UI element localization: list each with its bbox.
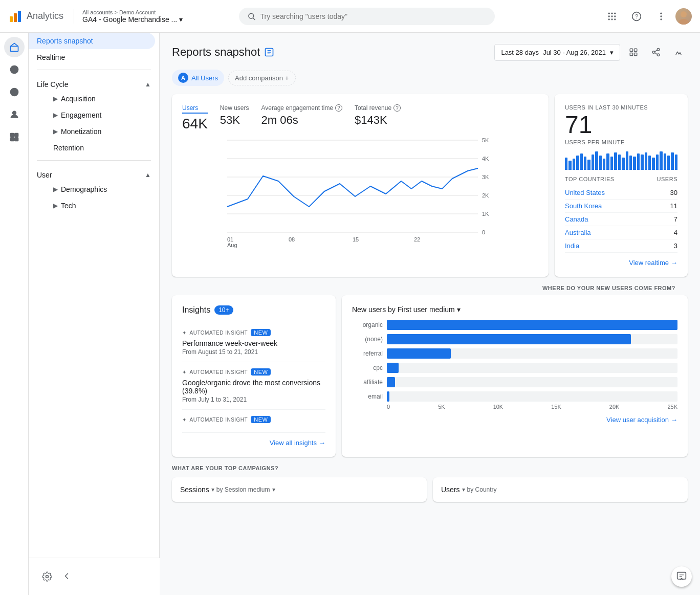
horiz-bar-track: [387, 334, 677, 344]
add-comparison-button[interactable]: Add comparison +: [228, 71, 296, 85]
main-content: Reports snapshot Last 28 days Jul 30 - A…: [160, 33, 700, 595]
country-name[interactable]: United States: [565, 189, 605, 196]
customize-icon: [629, 48, 638, 57]
svg-point-57: [46, 576, 49, 578]
insight-1-type: ✦ AUTOMATED INSIGHT New: [182, 329, 325, 336]
view-realtime-link[interactable]: View realtime →: [565, 259, 677, 267]
app-name: Analytics: [27, 11, 63, 21]
mini-bar-item: [675, 155, 677, 170]
insights-header: Insights 10+: [182, 305, 325, 315]
svg-point-24: [13, 91, 15, 93]
sidebar-section-lifecycle[interactable]: Life Cycle ▲: [29, 74, 159, 91]
new-users-chart-title: New users by First user medium ▾: [352, 305, 677, 314]
share-button[interactable]: [647, 43, 665, 61]
insights-button[interactable]: [669, 43, 688, 61]
svg-rect-0: [10, 16, 13, 22]
svg-point-11: [608, 18, 609, 20]
svg-rect-29: [14, 138, 18, 141]
sidebar-section-user[interactable]: User ▲: [29, 165, 159, 181]
country-name[interactable]: Australia: [565, 229, 591, 236]
top-navigation: Analytics All accounts > Demo Account GA…: [0, 0, 700, 33]
insights-icon: [674, 48, 683, 57]
page-title-icon: [264, 47, 274, 57]
country-name[interactable]: Canada: [565, 215, 588, 223]
sessions-card-title: Sessions ▾ by Session medium ▾: [180, 486, 419, 494]
feedback-icon: [676, 571, 687, 582]
svg-rect-2: [18, 11, 21, 22]
insight-2-title: Google/organic drove the most conversion…: [182, 379, 325, 395]
horiz-bar-row: organic: [352, 320, 677, 330]
explore-icon: [9, 132, 19, 142]
user-icon: [9, 109, 19, 120]
page-header: Reports snapshot Last 28 days Jul 30 - A…: [160, 33, 700, 70]
realtime-label: USERS IN LAST 30 MINUTES: [565, 104, 677, 111]
mini-bar-item: [603, 159, 605, 170]
sidebar-item-realtime[interactable]: Realtime: [29, 49, 155, 65]
more-options-button[interactable]: [651, 6, 671, 27]
apps-button[interactable]: [602, 6, 622, 27]
search-bar[interactable]: [239, 8, 495, 25]
acquisition-arrow-icon: →: [671, 416, 677, 424]
sidebar-item-demographics[interactable]: ▶ Demographics: [45, 181, 155, 197]
search-input[interactable]: [260, 12, 487, 20]
arrow-right-icon: →: [671, 259, 677, 267]
collapse-button[interactable]: [61, 571, 72, 583]
insight-2-type: ✦ AUTOMATED INSIGHT New: [182, 368, 325, 376]
svg-point-6: [611, 12, 612, 14]
rail-lifecycle-icon[interactable]: [4, 82, 25, 102]
mini-bar-item: [671, 152, 673, 170]
date-range-picker[interactable]: Last 28 days Jul 30 - Aug 26, 2021 ▾: [494, 44, 620, 61]
by-session-label: by Session medium: [216, 486, 270, 493]
view-acquisition-link[interactable]: View user acquisition →: [352, 416, 677, 424]
country-row: Australia 4: [565, 226, 677, 239]
engagement-info-icon: ?: [335, 104, 342, 112]
logo[interactable]: Analytics: [8, 9, 63, 24]
avatar[interactable]: [675, 8, 692, 25]
sidebar-item-retention[interactable]: Retention: [45, 140, 155, 156]
mini-bar-item: [629, 156, 632, 170]
lifecycle-expand-icon: ▲: [145, 81, 151, 88]
help-button[interactable]: ?: [626, 6, 647, 27]
svg-point-16: [660, 12, 662, 14]
sidebar-item-acquisition[interactable]: ▶ Acquisition: [45, 91, 155, 107]
all-users-chip-a: A: [178, 73, 188, 83]
svg-text:Aug: Aug: [227, 242, 237, 248]
rail-realtime-icon[interactable]: [4, 59, 25, 80]
mini-bar-item: [580, 153, 583, 170]
settings-button[interactable]: [37, 566, 57, 587]
svg-point-8: [608, 15, 609, 17]
svg-point-12: [611, 18, 612, 20]
mini-bar-item: [667, 156, 670, 170]
mini-bar-item: [592, 155, 594, 170]
axis-label: 25K: [667, 404, 677, 410]
rail-explore-icon[interactable]: [4, 127, 25, 147]
sidebar-divider-2: [37, 160, 151, 161]
lifecycle-children: ▶ Acquisition ▶ Engagement ▶ Monetizatio…: [29, 91, 159, 156]
axis-label: 15K: [551, 404, 561, 410]
rail-home-icon[interactable]: [4, 37, 25, 57]
country-name[interactable]: India: [565, 242, 579, 250]
country-name[interactable]: South Korea: [565, 202, 602, 210]
customize-button[interactable]: [624, 43, 643, 61]
rail-user-icon[interactable]: [4, 104, 25, 125]
all-users-chip[interactable]: A All Users: [172, 70, 224, 86]
users-value: 64K: [182, 116, 208, 132]
sidebar-item-reports-snapshot[interactable]: Reports snapshot: [29, 33, 155, 49]
sidebar-item-engagement[interactable]: ▶ Engagement: [45, 107, 155, 123]
user-children: ▶ Demographics ▶ Tech: [29, 181, 159, 214]
svg-point-7: [614, 12, 616, 14]
property-name[interactable]: GA4 - Google Merchandise ... ▾: [82, 15, 183, 24]
realtime-count: 71: [565, 113, 677, 137]
horiz-bar-track: [387, 391, 677, 402]
session-subtitle-dropdown-icon: ▾: [272, 486, 275, 493]
sidebar-item-tech[interactable]: ▶ Tech: [45, 197, 155, 214]
mini-bar-item: [610, 157, 613, 170]
view-all-insights-link[interactable]: View all insights →: [182, 439, 325, 447]
feedback-button[interactable]: [671, 566, 692, 587]
svg-rect-33: [630, 53, 632, 56]
insight-item-3: ✦ AUTOMATED INSIGHT New: [182, 410, 325, 433]
horiz-bar-fill: [387, 320, 677, 330]
mini-bar-item: [614, 152, 617, 170]
sidebar-item-monetization[interactable]: ▶ Monetization: [45, 123, 155, 140]
svg-point-13: [614, 18, 616, 20]
